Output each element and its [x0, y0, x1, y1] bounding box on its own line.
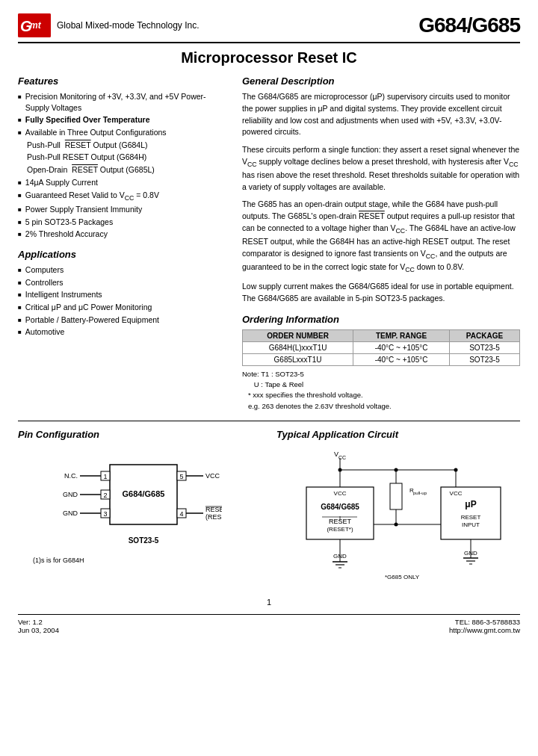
ordering-section: Ordering Information ORDER NUMBER TEMP. …: [242, 314, 520, 412]
bullet-icon: ■: [18, 191, 22, 199]
bullet-icon: ■: [18, 230, 22, 238]
applications-title: Applications: [18, 249, 227, 260]
list-item: ■ Controllers: [18, 277, 227, 288]
typical-app-section: Typical Application Circuit VCC G684/G68…: [276, 429, 520, 586]
col-header-order: ORDER NUMBER: [243, 329, 353, 341]
bullet-icon: ■: [18, 128, 22, 137]
desc-para-2: These circuits perform a single function…: [242, 144, 520, 193]
page-number: 1: [267, 598, 271, 607]
svg-text:*G685 ONLY: *G685 ONLY: [385, 574, 420, 580]
pin-diagram: G684/G685 1 N.C. 2 GND 3 GND: [18, 446, 262, 551]
version-label: Ver: 1.2: [18, 618, 59, 626]
list-item: ■ Intelligent Instruments: [18, 289, 227, 300]
svg-text:mt: mt: [30, 20, 42, 31]
svg-text:μP: μP: [465, 499, 476, 509]
svg-text:G684/G685: G684/G685: [321, 503, 359, 511]
pin-note: (1)s is for G684H: [18, 557, 262, 564]
col-header-pkg: PACKAGE: [449, 329, 519, 341]
typical-app-svg: VCC G684/G685 ! RESET (RESET*) GND: [276, 446, 516, 584]
svg-text:RESET: RESET: [461, 514, 481, 521]
ordering-notes: Note: T1 : SOT23-5 U : Tape & Reel * xxx…: [242, 369, 520, 412]
svg-rect-47: [390, 483, 402, 509]
bullet-icon: ■: [18, 218, 22, 226]
section-divider: [18, 421, 520, 421]
list-item: ■ Available in Three Output Configuratio…: [18, 127, 227, 138]
pin-diagram-svg: G684/G685 1 N.C. 2 GND 3 GND: [58, 446, 222, 551]
list-item: ■ Critical μP and μC Power Monitoring: [18, 302, 227, 313]
pin-config-section: Pin Configuration G684/G685 1 N.C. 2 GND: [18, 429, 262, 586]
logo-area: G mt Global Mixed-mode Technology Inc.: [18, 13, 200, 37]
list-item: ■ 14μA Supply Current: [18, 177, 227, 188]
desc-para-4: Low supply current makes the G684/G685 i…: [242, 281, 520, 305]
bullet-icon: ■: [18, 291, 22, 299]
features-list: ■ Precision Monitoring of +3V, +3.3V, an…: [18, 91, 227, 240]
svg-text:N.C.: N.C.: [64, 472, 78, 480]
applications-list: ■ Computers ■ Controllers ■ Intelligent …: [18, 264, 227, 338]
svg-text:VCC: VCC: [334, 490, 347, 497]
part-number: G684/G685: [418, 13, 520, 37]
svg-text:GND: GND: [63, 509, 78, 517]
bullet-icon: ■: [18, 303, 22, 312]
page-footer: Ver: 1.2 Jun 03, 2004 TEL: 886-3-5788833…: [18, 614, 520, 634]
ordering-table: ORDER NUMBER TEMP. RANGE PACKAGE G684H(L…: [242, 329, 520, 366]
list-item: ■ Fully Specified Over Temperature: [18, 114, 227, 126]
main-content: Features ■ Precision Monitoring of +3V, …: [18, 75, 520, 412]
typical-app-title: Typical Application Circuit: [276, 429, 520, 440]
ordering-title: Ordering Information: [242, 314, 520, 325]
svg-text:GND: GND: [333, 553, 347, 560]
svg-text:pull-up: pull-up: [413, 491, 427, 495]
footer-left: Ver: 1.2 Jun 03, 2004: [18, 618, 59, 634]
table-row: G684H(L)xxxT1U -40°C ~ +105°C SOT23-5: [243, 341, 520, 353]
list-item: ■ Precision Monitoring of +3V, +3.3V, an…: [18, 91, 227, 113]
list-item: Open-Drain RESET Output (G685L): [18, 164, 227, 176]
bottom-section: Pin Configuration G684/G685 1 N.C. 2 GND: [18, 429, 520, 586]
svg-text:2: 2: [103, 492, 107, 499]
svg-text:VCC: VCC: [450, 490, 463, 497]
bullet-icon: ■: [18, 266, 22, 274]
svg-text:GND: GND: [63, 491, 78, 498]
features-title: Features: [18, 75, 227, 87]
svg-text:INPUT: INPUT: [462, 521, 480, 528]
svg-text:3: 3: [103, 510, 107, 518]
right-column: General Description The G684/G685 are mi…: [242, 75, 520, 412]
bullet-icon: ■: [18, 116, 22, 124]
general-desc-title: General Description: [242, 75, 520, 87]
bullet-icon: ■: [18, 93, 22, 101]
date-label: Jun 03, 2004: [18, 626, 59, 634]
table-row: G685LxxxT1U -40°C ~ +105°C SOT23-5: [243, 353, 520, 365]
list-item: ■ 5 pin SOT23-5 Packages: [18, 217, 227, 228]
svg-text:5: 5: [179, 473, 183, 480]
desc-para-1: The G684/G685 are microprocessor (μP) su…: [242, 91, 520, 138]
list-item: Push-Pull RESET Output (G684L): [18, 140, 227, 151]
list-item: ■ 2% Threshold Accuracy: [18, 229, 227, 240]
page-header: G mt Global Mixed-mode Technology Inc. G…: [18, 13, 520, 43]
logo-icon: G mt: [18, 13, 51, 37]
bullet-icon: ■: [18, 205, 22, 214]
website-label: http://www.gmt.com.tw: [449, 626, 520, 634]
list-item: Push-Pull RESET Output (G684H): [18, 152, 227, 163]
list-item: ■ Computers: [18, 264, 227, 276]
svg-text:RESET: RESET: [329, 518, 352, 525]
svg-text:1: 1: [103, 473, 107, 480]
bullet-icon: ■: [18, 279, 22, 287]
tel-label: TEL: 886-3-5788833: [449, 618, 520, 626]
svg-text:4: 4: [179, 510, 183, 518]
list-item: ■ Portable / Battery-Powered Equipment: [18, 315, 227, 326]
svg-text:SOT23-5: SOT23-5: [129, 536, 159, 545]
company-name: Global Mixed-mode Technology Inc.: [57, 20, 200, 31]
svg-text:(RESET*): (RESET*): [327, 526, 353, 533]
left-column: Features ■ Precision Monitoring of +3V, …: [18, 75, 227, 412]
svg-text:GND: GND: [464, 550, 477, 557]
col-header-temp: TEMP. RANGE: [353, 329, 450, 341]
svg-text:G684/G685: G684/G685: [123, 489, 165, 498]
svg-text:RESET: RESET: [205, 506, 222, 513]
footer-right: TEL: 886-3-5788833 http://www.gmt.com.tw: [449, 618, 520, 634]
page-title: Microprocessor Reset IC: [18, 49, 520, 66]
list-item: ■ Guaranteed Reset Valid to VCC = 0.8V: [18, 190, 227, 202]
bullet-icon: ■: [18, 328, 22, 336]
bullet-icon: ■: [18, 179, 22, 187]
list-item: ■ Automotive: [18, 326, 227, 338]
list-item: ■ Power Supply Transient Immunity: [18, 204, 227, 215]
pin-config-title: Pin Configuration: [18, 429, 262, 440]
bullet-icon: ■: [18, 316, 22, 324]
